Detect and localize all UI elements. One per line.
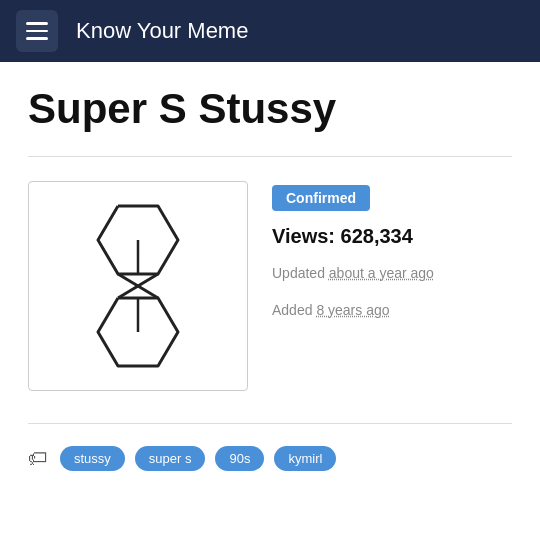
hamburger-button[interactable] xyxy=(16,10,58,52)
page-title: Super S Stussy xyxy=(28,86,512,132)
added-label: Added xyxy=(272,302,312,318)
main-content: Super S Stussy Confirmed View xyxy=(0,62,540,495)
status-badge: Confirmed xyxy=(272,185,370,211)
updated-meta: Updated about a year ago xyxy=(272,262,512,284)
updated-label: Updated xyxy=(272,265,325,281)
info-panel: Confirmed Views: 628,334 Updated about a… xyxy=(272,181,512,321)
super-s-svg xyxy=(73,196,203,376)
added-meta: Added 8 years ago xyxy=(272,299,512,321)
tag-icon: 🏷 xyxy=(28,447,48,470)
added-link[interactable]: 8 years ago xyxy=(316,302,389,318)
header: Know Your Meme xyxy=(0,0,540,62)
hamburger-line xyxy=(26,22,48,25)
tag-90s[interactable]: 90s xyxy=(215,446,264,471)
divider xyxy=(28,156,512,157)
tag-kymirl[interactable]: kymirl xyxy=(274,446,336,471)
hamburger-line xyxy=(26,37,48,40)
tag-stussy[interactable]: stussy xyxy=(60,446,125,471)
meme-image xyxy=(28,181,248,391)
views-count: Views: 628,334 xyxy=(272,225,512,248)
site-title: Know Your Meme xyxy=(76,18,248,44)
updated-link[interactable]: about a year ago xyxy=(329,265,434,281)
tags-section: 🏷 stussy super s 90s kymirl xyxy=(28,423,512,471)
hamburger-line xyxy=(26,30,48,33)
tag-super-s[interactable]: super s xyxy=(135,446,206,471)
content-row: Confirmed Views: 628,334 Updated about a… xyxy=(28,181,512,391)
